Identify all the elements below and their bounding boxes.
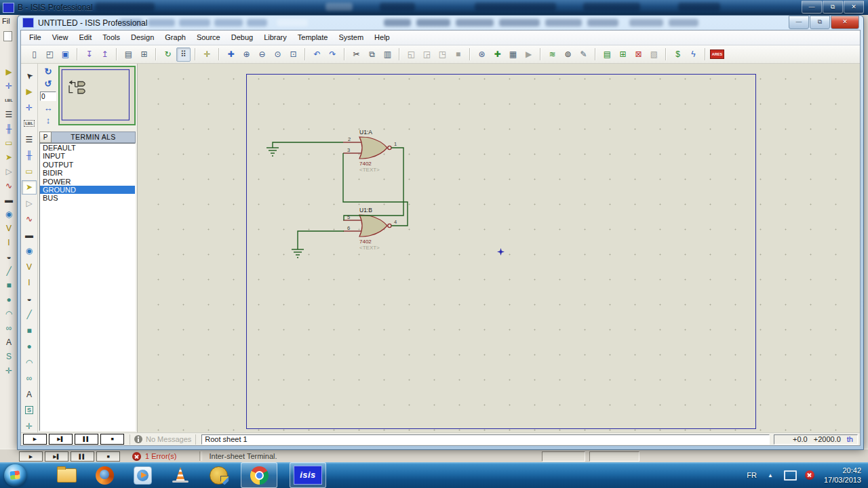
menu-debug[interactable]: Debug — [226, 30, 258, 45]
menu-graph[interactable]: Graph — [159, 30, 191, 45]
menu-edit[interactable]: Edit — [73, 30, 97, 45]
text-script-mode-button[interactable]: ☰ — [22, 132, 37, 146]
play-button[interactable]: ▶ — [23, 434, 47, 445]
start-button[interactable] — [4, 464, 26, 487]
gate-u1b[interactable] — [359, 215, 391, 237]
print-button[interactable]: ▤ — [121, 47, 136, 62]
voltage-probe-mode-button[interactable]: V — [22, 260, 37, 274]
list-item-output[interactable]: OUTPUT — [40, 161, 135, 169]
2d-path-icon[interactable]: ∞ — [2, 323, 16, 334]
2d-marker-icon[interactable]: ✛ — [2, 365, 16, 377]
menu-library[interactable]: Library — [258, 30, 292, 45]
zoom-area-button[interactable]: ⊡ — [286, 47, 300, 62]
menu-design[interactable]: Design — [125, 30, 159, 45]
toggle-grid-button[interactable]: ⠿ — [176, 47, 191, 62]
decompose-button[interactable]: ▶ — [521, 47, 536, 62]
export-section-button[interactable]: ↥ — [98, 47, 112, 62]
tape-recorder-mode-button[interactable]: ▬ — [22, 228, 37, 242]
taskbar-vlc-button[interactable] — [170, 463, 191, 487]
generator-icon[interactable]: ◉ — [2, 209, 16, 220]
new-document-button[interactable]: ▯ — [27, 47, 41, 62]
zoom-all-button[interactable]: ⊙ — [271, 47, 285, 62]
open-document-button[interactable]: ◰ — [43, 47, 57, 62]
background-file-menu[interactable]: Fil — [2, 17, 10, 25]
ground-terminal[interactable] — [267, 148, 279, 156]
show-hidden-icons-button[interactable]: ▲ — [768, 472, 773, 479]
2d-arc-mode-button[interactable]: ◠ — [22, 355, 37, 369]
menu-system[interactable]: System — [333, 30, 369, 45]
zoom-out-button[interactable]: ⊖ — [255, 47, 269, 62]
taskbar-media-player-button[interactable] — [132, 463, 153, 487]
ares-netlist-button[interactable]: ARES — [710, 47, 724, 62]
make-device-button[interactable]: ✚ — [490, 47, 505, 62]
mark-output-area-button[interactable]: ⊞ — [137, 47, 151, 62]
titlebar[interactable]: UNTITLED - ISIS Professional — ⧉ ✕ — [18, 16, 863, 30]
ground-terminal[interactable] — [292, 249, 304, 258]
voltage-probe-icon[interactable]: V — [2, 223, 16, 235]
goto-sheet-button[interactable]: ▧ — [647, 47, 661, 62]
selection-pointer-button[interactable]: ➤ — [22, 68, 37, 83]
current-probe-icon[interactable]: I — [2, 237, 16, 249]
generator-mode-button[interactable]: ◉ — [22, 244, 37, 258]
pick-parts-button[interactable]: ⊛ — [475, 47, 489, 62]
step-button[interactable]: ▶▌ — [49, 434, 73, 445]
2d-symbol-icon[interactable]: S — [2, 351, 16, 363]
import-section-button[interactable]: ↧ — [82, 47, 96, 62]
component-mode-icon[interactable]: ▶ — [2, 66, 16, 78]
menu-help[interactable]: Help — [369, 30, 395, 45]
list-item-bidir[interactable]: BIDIR — [40, 169, 135, 177]
menu-template[interactable]: Template — [292, 30, 334, 45]
2d-line-icon[interactable]: ╱ — [2, 266, 16, 277]
list-item-input[interactable]: INPUT — [40, 152, 135, 160]
redo-button[interactable]: ↷ — [326, 47, 340, 62]
background-minimize-button[interactable]: — — [802, 1, 822, 14]
rotate-anticlockwise-button[interactable]: ↺ — [41, 78, 55, 90]
list-item-ground[interactable]: GROUND — [40, 186, 135, 194]
taskbar-chrome-button[interactable] — [241, 462, 277, 488]
taskbar-isis-button[interactable]: isis — [290, 462, 326, 488]
clock[interactable]: 20:42 17/03/2013 — [824, 466, 861, 485]
text-script-icon[interactable]: ☰ — [2, 109, 16, 121]
taskbar-explorer-button[interactable] — [56, 463, 77, 487]
background-window-titlebar[interactable]: B - ISIS Professional — ⧉ ✕ — [0, 0, 868, 15]
message-panel[interactable]: No Messages — [130, 434, 196, 445]
design-explorer-button[interactable]: ▤ — [600, 47, 614, 62]
virtual-instruments-mode-button[interactable]: ◒ — [22, 291, 37, 306]
packaging-tool-button[interactable]: ▦ — [506, 47, 520, 62]
subcircuit-icon[interactable]: ▭ — [2, 138, 16, 149]
2d-text-mode-button[interactable]: A — [22, 387, 37, 401]
cut-button[interactable]: ✂ — [349, 47, 363, 62]
play-button[interactable]: ▶ — [19, 451, 43, 462]
background-restore-button[interactable]: ⧉ — [823, 1, 843, 14]
device-pins-icon[interactable]: ▷ — [2, 166, 16, 178]
junction-dot-mode-button[interactable]: ✛ — [22, 100, 37, 115]
gate-u1a[interactable] — [359, 137, 391, 159]
block-delete-button[interactable]: ■ — [451, 47, 465, 62]
remove-sheet-button[interactable]: ⊠ — [631, 47, 646, 62]
language-indicator[interactable]: FR — [747, 471, 757, 479]
2d-box-icon[interactable]: ■ — [2, 280, 16, 291]
2d-circle-mode-button[interactable]: ● — [22, 340, 37, 354]
redraw-button[interactable]: ↻ — [161, 47, 175, 62]
2d-marker-mode-button[interactable]: ✛ — [22, 419, 37, 433]
junction-dot-icon[interactable]: ✛ — [2, 81, 16, 92]
action-center-icon[interactable] — [805, 470, 814, 480]
graph-icon[interactable]: ∿ — [2, 180, 16, 192]
2d-path-mode-button[interactable]: ∞ — [22, 371, 37, 386]
virtual-instruments-icon[interactable]: ◒ — [2, 251, 16, 263]
current-probe-mode-button[interactable]: I — [22, 276, 37, 290]
subcircuit-mode-button[interactable]: ▭ — [22, 164, 37, 178]
bill-of-materials-button[interactable]: $ — [671, 47, 685, 62]
save-document-button[interactable]: ▣ — [58, 47, 73, 62]
buses-mode-button[interactable]: ╫ — [22, 148, 37, 163]
2d-line-mode-button[interactable]: ╱ — [22, 308, 37, 322]
list-item-power[interactable]: POWER — [40, 178, 135, 186]
menu-source[interactable]: Source — [191, 30, 226, 45]
device-pins-mode-button[interactable]: ▷ — [22, 196, 37, 210]
component-mode-button[interactable]: ▶ — [22, 85, 37, 99]
taskbar-firefox-button[interactable] — [94, 463, 115, 487]
schematic-canvas[interactable]: U1:A 7402 <TEXT> 2 3 1 U1:B 7402 <TEXT> … — [138, 64, 860, 432]
false-origin-button[interactable]: ✛ — [200, 47, 214, 62]
zoom-in-button[interactable]: ⊕ — [239, 47, 254, 62]
paste-button[interactable]: ▥ — [380, 47, 395, 62]
